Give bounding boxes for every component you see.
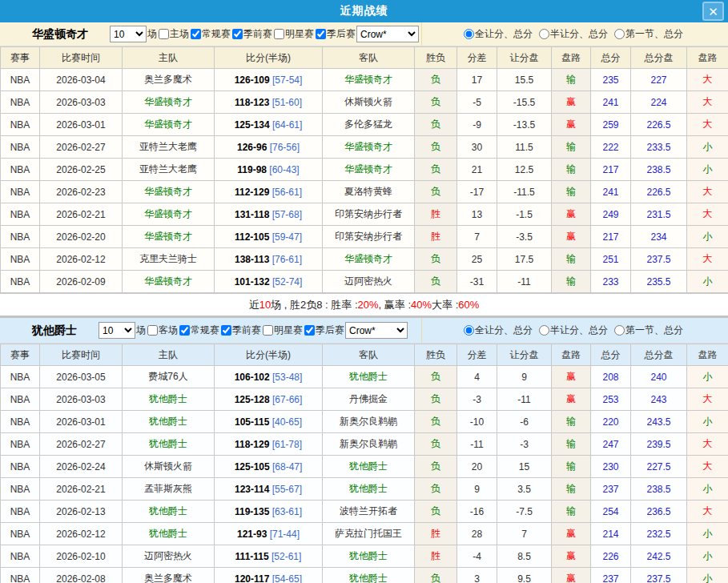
stat-type-radio-label: 第一节、总分	[625, 324, 683, 337]
bookmaker-select[interactable]: Crow*	[356, 26, 419, 42]
column-header: 赛事	[1, 47, 40, 69]
sections-root: 华盛顿奇才10场主场常规赛季前赛明星赛季后赛Crow*全让分、总分半让分、总分第…	[0, 22, 728, 583]
column-header: 主队	[123, 47, 215, 69]
final-score: 112-129	[235, 187, 269, 198]
team-section: 华盛顿奇才10场主场常规赛季前赛明星赛季后赛Crow*全让分、总分半让分、总分第…	[0, 22, 728, 316]
handicap-result-cell: 赢	[552, 226, 591, 248]
handicap-cell: -11	[497, 388, 552, 411]
column-header: 分差	[457, 344, 497, 366]
league-cell: NBA	[1, 523, 40, 545]
column-header: 盘路	[552, 344, 591, 366]
final-score: 131-118	[235, 209, 269, 220]
match-row: NBA2026-03-05费城76人106-102 [53-48]犹他爵士负49…	[1, 366, 728, 388]
games-count-select[interactable]: 10	[110, 26, 147, 42]
stat-type-radio[interactable]	[464, 29, 474, 39]
stat-type-radio[interactable]	[539, 325, 549, 336]
filter-checkbox[interactable]	[316, 29, 326, 39]
filter-checkbox-label: 客场	[159, 324, 178, 337]
total-result-cell: 小	[687, 159, 728, 181]
filter-checkbox-label: 明星赛	[285, 27, 314, 41]
final-score: 126-109	[235, 74, 270, 86]
filter-checkbox[interactable]	[263, 325, 273, 336]
diff-cell: 20	[457, 456, 497, 478]
bookmaker-select[interactable]: Crow*	[345, 322, 408, 339]
filter-checkbox[interactable]	[159, 29, 169, 39]
handicap-result-cell: 输	[552, 181, 591, 203]
handicap-result-cell: 赢	[552, 114, 591, 136]
total-result-cell: 小	[687, 271, 728, 293]
away-team-cell: 休斯顿火箭	[323, 91, 415, 114]
total-line-cell: 236.5	[631, 501, 687, 523]
total-cell: 259	[591, 114, 631, 136]
home-team-cell: 华盛顿奇才	[123, 203, 215, 226]
filter-checkbox[interactable]	[191, 29, 201, 39]
date-cell: 2026-02-12	[40, 248, 123, 271]
home-team-cell: 华盛顿奇才	[123, 271, 215, 293]
results-table: 赛事比赛时间主队比分(半场)客队胜负分差让分盘盘路总分总分盘盘路NBA2026-…	[0, 344, 728, 583]
filter-checkbox[interactable]	[232, 29, 243, 39]
home-team-cell: 费城76人	[123, 366, 215, 388]
stat-type-radio[interactable]	[539, 29, 549, 39]
half-time-score: [54-65]	[272, 573, 302, 583]
final-score: 120-117	[235, 573, 269, 583]
summary-text: 场 , 胜2负8 : 胜率 :	[271, 298, 357, 312]
diff-cell: 30	[457, 136, 497, 159]
handicap-result-cell: 赢	[552, 91, 591, 114]
away-team-cell: 华盛顿奇才	[323, 248, 415, 271]
filter-checkbox[interactable]	[304, 325, 315, 336]
date-cell: 2026-03-03	[40, 91, 123, 114]
filter-checkbox-label: 明星赛	[274, 324, 303, 337]
total-line-cell: 231.5	[631, 203, 687, 226]
games-suffix-label: 场	[136, 324, 146, 337]
stat-type-radio[interactable]	[614, 325, 625, 336]
result-cell: 负	[415, 456, 457, 478]
games-count-select[interactable]: 10	[99, 322, 135, 339]
stat-type-radio[interactable]	[614, 29, 625, 39]
column-header: 胜负	[415, 47, 457, 69]
total-result-cell: 小	[687, 136, 728, 159]
result-cell: 负	[415, 501, 457, 523]
result-cell: 负	[415, 69, 457, 91]
dialog-title: 近期战绩	[340, 4, 388, 18]
home-team-cell: 犹他爵士	[123, 523, 215, 545]
half-time-score: [52-74]	[272, 276, 302, 287]
league-cell: NBA	[1, 136, 40, 159]
total-cell: 247	[591, 433, 631, 456]
handicap-cell: 15.5	[497, 69, 552, 91]
diff-cell: 25	[457, 248, 497, 271]
league-cell: NBA	[1, 366, 40, 388]
column-header: 让分盘	[497, 47, 552, 69]
column-header: 让分盘	[497, 344, 552, 366]
total-cell: 226	[591, 545, 631, 568]
league-cell: NBA	[1, 91, 40, 114]
summary-value: 20%	[358, 299, 379, 311]
home-team-cell: 奥兰多魔术	[123, 69, 215, 91]
league-cell: NBA	[1, 501, 40, 523]
half-time-score: [55-67]	[272, 484, 302, 495]
total-cell: 237	[591, 478, 631, 501]
total-cell: 230	[591, 456, 631, 478]
handicap-cell: -1.5	[497, 203, 552, 226]
home-team-cell: 犹他爵士	[123, 501, 215, 523]
total-line-cell: 237.5	[631, 248, 687, 271]
filter-checkbox[interactable]	[221, 325, 231, 336]
result-cell: 负	[415, 271, 457, 293]
handicap-result-cell: 输	[552, 136, 591, 159]
diff-cell: -31	[457, 271, 497, 293]
summary-text: 大率 :	[432, 298, 458, 312]
close-icon: ✕	[708, 6, 718, 18]
handicap-cell: 12.5	[497, 159, 552, 181]
final-score: 101-132	[235, 276, 270, 287]
diff-cell: 17	[457, 69, 497, 91]
total-result-cell: 大	[687, 181, 728, 203]
filter-checkbox[interactable]	[179, 325, 190, 336]
match-row: NBA2026-02-21孟菲斯灰熊123-114 [55-67]犹他爵士负93…	[1, 478, 728, 501]
result-cell: 负	[415, 388, 457, 411]
close-button[interactable]: ✕	[702, 2, 724, 21]
total-line-cell: 234	[631, 226, 687, 248]
filter-checkbox[interactable]	[147, 325, 158, 336]
filter-checkbox[interactable]	[274, 29, 284, 39]
stat-type-radio[interactable]	[464, 325, 474, 336]
diff-cell: -17	[457, 181, 497, 203]
handicap-result-cell: 赢	[552, 388, 591, 411]
